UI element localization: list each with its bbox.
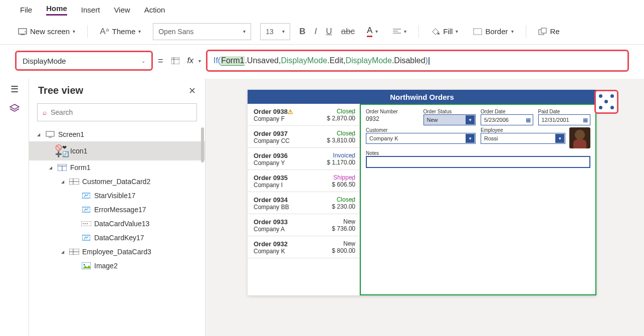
scrollbar[interactable] bbox=[201, 127, 204, 162]
datepicker-paid-date[interactable]: 12/31/2001▦ bbox=[538, 114, 591, 125]
reorder-button[interactable]: Re bbox=[535, 25, 563, 38]
theme-button[interactable]: Aᵃ Theme ▾ bbox=[97, 24, 144, 39]
tree-item-label: Customer_DataCard2 bbox=[82, 178, 205, 186]
order-row[interactable]: Order 0937Company CCClosed$ 3,810.00〉 bbox=[248, 126, 359, 148]
table-icon bbox=[171, 57, 179, 64]
chevron-down-icon: ▾ bbox=[511, 29, 514, 34]
svg-point-25 bbox=[85, 223, 86, 224]
underline-button[interactable]: U bbox=[326, 27, 332, 37]
separator bbox=[526, 25, 526, 38]
close-icon[interactable]: ✕ bbox=[188, 85, 196, 96]
chevron-down-icon: ▾ bbox=[456, 29, 458, 34]
order-company: Company BB bbox=[254, 204, 319, 211]
chevron-right-icon: 〉 bbox=[350, 199, 357, 208]
order-row[interactable]: Order 0934Company BBClosed$ 230.00〉 bbox=[248, 192, 359, 214]
tree-item-datacardkey17[interactable]: DataCardKey17 bbox=[29, 231, 205, 245]
twisty-icon[interactable]: ◢ bbox=[61, 180, 66, 184]
datepicker-order-date[interactable]: 5/23/2006▦ bbox=[481, 114, 533, 125]
reorder-icon bbox=[538, 28, 547, 36]
tree-item-label: DataCardValue13 bbox=[94, 220, 205, 228]
twisty-icon[interactable]: ◢ bbox=[61, 250, 66, 254]
fill-button[interactable]: Fill ▾ bbox=[428, 25, 461, 38]
tree-item-screen1[interactable]: ◢Screen1 bbox=[29, 127, 205, 141]
menu-insert[interactable]: Insert bbox=[81, 6, 100, 14]
theme-label: Theme bbox=[112, 27, 136, 36]
border-button[interactable]: Border ▾ bbox=[470, 25, 516, 38]
chevron-right-icon: 〉 bbox=[350, 154, 357, 163]
warning-icon: ⚠ bbox=[288, 108, 293, 115]
tree-item-icon1[interactable]: 🚫❤➕🔄Icon1 bbox=[29, 141, 205, 160]
order-row[interactable]: Order 0938⚠Company FClosed$ 2,870.00〉 bbox=[248, 104, 359, 126]
input-notes[interactable] bbox=[366, 156, 590, 168]
tree-list: ◢Screen1🚫❤➕🔄Icon1◢Form1◢Customer_DataCar… bbox=[29, 125, 205, 336]
chevron-down-icon: ▾ bbox=[138, 29, 141, 34]
font-dropdown[interactable]: Open Sans ▾ bbox=[153, 23, 251, 40]
dropdown-order-status[interactable]: New▾ bbox=[423, 114, 476, 125]
order-row[interactable]: Order 0936Company YInvoiced$ 1,170.00〉 bbox=[248, 148, 359, 170]
property-dropdown[interactable]: DisplayMode ⌄ bbox=[15, 51, 153, 71]
tree-item-starvisible17[interactable]: StarVisible17 bbox=[29, 189, 205, 203]
form-icon bbox=[57, 164, 67, 171]
tree-item-form1[interactable]: ◢Form1 bbox=[29, 160, 205, 175]
formula-input[interactable]: If( Form1.Unsaved, DisplayMode.Edit, Dis… bbox=[206, 50, 629, 72]
strike-button[interactable]: abc bbox=[341, 27, 355, 37]
label-customer: Customer bbox=[366, 127, 476, 133]
menu-action[interactable]: Action bbox=[144, 6, 165, 14]
label-icon bbox=[81, 192, 91, 199]
svg-text:+: + bbox=[24, 30, 27, 34]
orders-list: Order 0938⚠Company FClosed$ 2,870.00〉Ord… bbox=[248, 104, 360, 295]
tree-item-customer_datacard2[interactable]: ◢Customer_DataCard2 bbox=[29, 175, 205, 189]
input-icon bbox=[81, 221, 91, 226]
order-row[interactable]: Order 0932Company KNew$ 800.00〉 bbox=[248, 236, 359, 258]
menu-file[interactable]: File bbox=[20, 6, 32, 14]
order-number: Order 0933 bbox=[254, 218, 319, 226]
selection-handles[interactable] bbox=[594, 90, 618, 114]
twisty-icon[interactable]: ◢ bbox=[49, 165, 54, 170]
order-row[interactable]: Order 0935Company IShipped$ 606.50〉 bbox=[248, 170, 359, 192]
label-icon bbox=[81, 206, 91, 213]
chevron-down-icon[interactable]: ▾ bbox=[198, 58, 201, 64]
dropdown-customer[interactable]: Company K▾ bbox=[366, 133, 476, 144]
card-icon bbox=[69, 179, 79, 185]
fill-icon bbox=[431, 28, 440, 36]
tree-item-label: ErrorMessage17 bbox=[94, 206, 205, 214]
menu-view[interactable]: View bbox=[114, 6, 130, 14]
bold-button[interactable]: B bbox=[299, 27, 305, 37]
twisty-icon[interactable]: ◢ bbox=[37, 132, 42, 137]
order-company: Company A bbox=[254, 226, 319, 233]
order-company: Company F bbox=[254, 115, 319, 122]
svg-point-24 bbox=[83, 223, 84, 224]
order-row[interactable]: Order 0933Company ANew$ 736.00〉 bbox=[248, 214, 359, 236]
calendar-icon: ▦ bbox=[526, 117, 531, 123]
italic-button[interactable]: I bbox=[315, 27, 317, 37]
svg-point-6 bbox=[438, 33, 440, 35]
card-icon bbox=[69, 249, 79, 255]
chevron-right-icon: 〉 bbox=[350, 110, 357, 119]
tree-item-errormessage17[interactable]: ErrorMessage17 bbox=[29, 203, 205, 217]
layers-icon[interactable] bbox=[10, 104, 20, 113]
border-icon bbox=[473, 28, 482, 35]
fontcolor-button[interactable]: A▾ bbox=[364, 24, 381, 39]
align-button[interactable]: ▾ bbox=[390, 26, 409, 37]
separator bbox=[87, 25, 88, 38]
chevron-down-icon: ▾ bbox=[243, 29, 246, 34]
chevron-down-icon: ▾ bbox=[282, 29, 285, 34]
new-screen-button[interactable]: + New screen ▾ bbox=[15, 25, 78, 38]
fontsize-dropdown[interactable]: 13 ▾ bbox=[260, 23, 290, 40]
tree-item-datacardvalue13[interactable]: DataCardValue13 bbox=[29, 217, 205, 231]
svg-rect-10 bbox=[171, 57, 179, 64]
tree-item-image2[interactable]: Image2 bbox=[29, 259, 205, 273]
theme-icon: Aᵃ bbox=[100, 26, 109, 37]
chevron-down-icon: ▾ bbox=[404, 29, 406, 34]
label-notes: Notes bbox=[366, 150, 590, 156]
search-box[interactable]: ⌕ bbox=[37, 103, 197, 121]
search-input[interactable] bbox=[51, 108, 191, 116]
employee-avatar bbox=[569, 127, 590, 148]
hamburger-icon[interactable]: ☰ bbox=[11, 84, 19, 95]
dropdown-employee[interactable]: Rossi▾ bbox=[481, 133, 565, 144]
tree-item-employee_datacard3[interactable]: ◢Employee_DataCard3 bbox=[29, 245, 205, 259]
order-form: Order Number 0932 Order Status New▾ Orde… bbox=[360, 104, 596, 295]
menu-home[interactable]: Home bbox=[46, 4, 67, 16]
ribbon: + New screen ▾ Aᵃ Theme ▾ Open Sans ▾ 13… bbox=[0, 19, 644, 45]
fx-button[interactable] bbox=[168, 55, 182, 66]
